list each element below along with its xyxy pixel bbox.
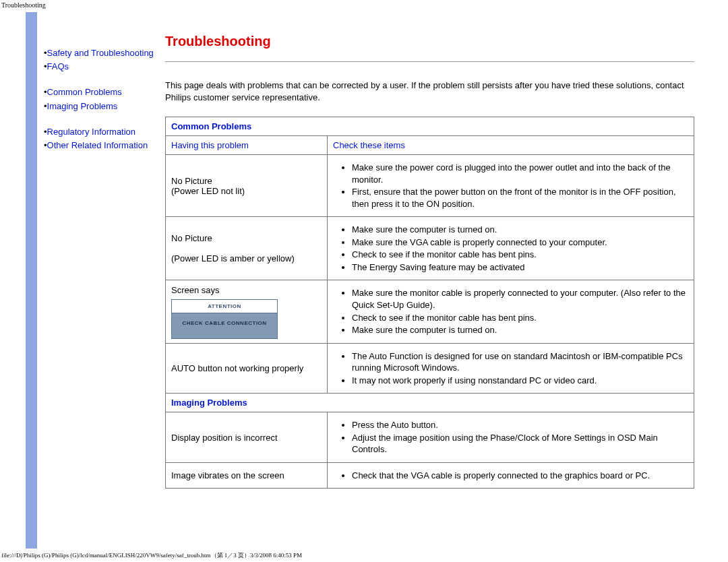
page-top-label: Troubleshooting <box>1 1 46 9</box>
list-item: Check to see if the monitor cable has be… <box>352 249 688 261</box>
table-row: Display position is incorrect Press the … <box>166 412 694 463</box>
table-row: Image vibrates on the screen Check that … <box>166 462 694 489</box>
title-divider <box>165 61 694 62</box>
problem-cell: No Picture (Power LED not lit) <box>166 155 328 217</box>
sidebar-item-common-problems[interactable]: •Common Problems <box>44 86 156 98</box>
problem-cell: No Picture (Power LED is amber or yellow… <box>166 217 328 280</box>
list-item: The Auto Function is designed for use on… <box>352 350 688 374</box>
problem-cell: Image vibrates on the screen <box>166 462 328 489</box>
list-item: Make sure the computer is turned on. <box>352 324 688 336</box>
list-item: First, ensure that the power button on t… <box>352 186 688 210</box>
sidebar-item-safety[interactable]: •Safety and Troubleshooting <box>44 47 156 59</box>
cable-message: CHECK CABLE CONNECTION <box>172 313 277 338</box>
list-item: It may not work properly if using nonsta… <box>352 375 688 387</box>
decorative-bar <box>26 12 37 549</box>
list-item: The Energy Saving feature may be activat… <box>352 261 688 274</box>
check-cell: Make sure the computer is turned on. Mak… <box>328 217 694 280</box>
section-header-imaging: Imaging Problems <box>166 394 694 412</box>
table-row: Screen says ATTENTION CHECK CABLE CONNEC… <box>166 280 694 343</box>
check-cell: Make sure the monitor cable is properly … <box>328 280 694 343</box>
col-header-check: Check these items <box>328 136 694 155</box>
list-item: Press the Auto button. <box>352 419 688 431</box>
col-header-problem: Having this problem <box>166 136 328 155</box>
problem-cell: Screen says ATTENTION CHECK CABLE CONNEC… <box>166 280 328 343</box>
list-item: Make sure the computer is turned on. <box>352 224 688 236</box>
screen-message-box: ATTENTION CHECK CABLE CONNECTION <box>171 299 278 339</box>
check-cell: Make sure the power cord is plugged into… <box>328 155 694 217</box>
problem-cell: Display position is incorrect <box>166 412 328 463</box>
main-content: Troubleshooting This page deals with pro… <box>162 12 701 549</box>
section-header-common: Common Problems <box>166 117 694 136</box>
table-row: No Picture (Power LED not lit) Make sure… <box>166 155 694 217</box>
check-cell: The Auto Function is designed for use on… <box>328 343 694 394</box>
problem-cell: AUTO button not working properly <box>166 343 328 394</box>
sidebar-nav: •Safety and Troubleshooting •FAQs •Commo… <box>37 12 162 549</box>
table-row: AUTO button not working properly The Aut… <box>166 343 694 394</box>
page-footer-path: file:///D|/Philips (G)/Philips (G)/lcd/m… <box>1 551 302 560</box>
table-row: No Picture (Power LED is amber or yellow… <box>166 217 694 280</box>
column-headers: Having this problem Check these items <box>166 136 694 155</box>
page-title: Troubleshooting <box>165 34 694 49</box>
intro-text: This page deals with problems that can b… <box>165 80 694 103</box>
sidebar-item-imaging-problems[interactable]: •Imaging Problems <box>44 100 156 113</box>
sidebar-item-regulatory[interactable]: •Regulatory Information <box>44 126 156 138</box>
troubleshooting-table: Common Problems Having this problem Chec… <box>165 117 694 489</box>
attention-label: ATTENTION <box>172 300 277 313</box>
list-item: Check to see if the monitor cable has be… <box>352 312 688 324</box>
list-item: Make sure the power cord is plugged into… <box>352 162 688 185</box>
check-cell: Press the Auto button. Adjust the image … <box>328 412 694 463</box>
page-container: •Safety and Troubleshooting •FAQs •Commo… <box>26 12 701 549</box>
list-item: Make sure the monitor cable is properly … <box>352 287 688 311</box>
list-item: Check that the VGA cable is properly con… <box>352 470 688 482</box>
check-cell: Check that the VGA cable is properly con… <box>328 462 694 489</box>
list-item: Adjust the image position using the Phas… <box>352 432 688 456</box>
sidebar-item-other-related[interactable]: •Other Related Information <box>44 139 156 152</box>
sidebar-item-faqs[interactable]: •FAQs <box>44 61 156 73</box>
list-item: Make sure the VGA cable is properly conn… <box>352 237 688 249</box>
